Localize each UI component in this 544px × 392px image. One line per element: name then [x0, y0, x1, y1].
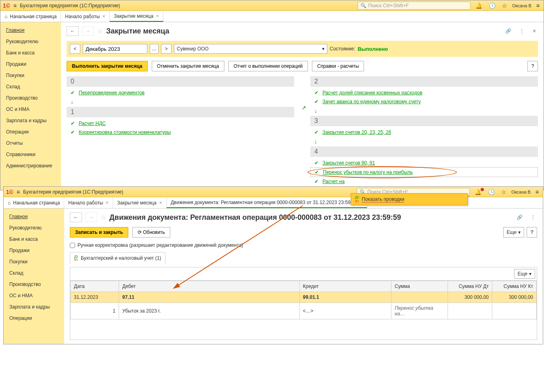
manual-correction-label: Ручная корректировка (разрешает редактир…	[77, 242, 243, 248]
save-close-button[interactable]: Записать и закрыть	[70, 227, 128, 238]
back-button[interactable]: ←	[67, 26, 79, 36]
organization-select[interactable]: Сувенир ООО ▾	[174, 44, 327, 54]
th-credit[interactable]: Кредит	[299, 281, 391, 292]
period-input[interactable]	[83, 44, 147, 54]
th-nudt[interactable]: Сумма НУ Дт	[448, 281, 492, 292]
table-more-button[interactable]: Еще ▾	[514, 269, 535, 279]
more-icon[interactable]: ⋮	[529, 215, 537, 220]
history-icon[interactable]: 🕓	[487, 2, 497, 9]
history-icon[interactable]: 🕓	[486, 189, 496, 195]
close-icon[interactable]: ✕	[531, 28, 538, 34]
sidebar-item-main[interactable]: Главное	[4, 211, 64, 222]
star-icon[interactable]: ☆	[500, 189, 508, 195]
tab-home[interactable]: ⌂ Начальная страница	[4, 197, 64, 208]
sidebar-item-operations[interactable]: Операции	[4, 313, 64, 324]
sidebar-item-reports[interactable]: Отчеты	[0, 138, 61, 149]
chevron-down-icon: ▾	[518, 229, 521, 235]
manual-correction-checkbox[interactable]	[70, 243, 75, 248]
favorite-icon[interactable]: ☆	[97, 27, 103, 35]
th-debit[interactable]: Дебет	[119, 281, 300, 292]
menu-icon[interactable]: ≡	[535, 2, 541, 9]
sidebar-item-payroll[interactable]: Зарплата и кадры	[4, 301, 64, 313]
hamburger-icon[interactable]: ≡	[17, 189, 20, 195]
more-icon[interactable]: ⋮	[518, 28, 526, 34]
user-name[interactable]: Оксана В	[512, 3, 531, 8]
user-name[interactable]: Оксана В	[511, 190, 531, 194]
th-sum[interactable]: Сумма	[391, 281, 448, 292]
sidebar-item-manager[interactable]: Руководителю	[4, 222, 64, 234]
sidebar-item-warehouse[interactable]: Склад	[4, 267, 64, 279]
loss-transfer-link[interactable]: Перенос убытков по налогу на прибыль	[323, 169, 413, 175]
back-button[interactable]: ←	[70, 213, 82, 222]
run-close-button[interactable]: Выполнить закрытие месяца	[67, 61, 148, 71]
accounting-tab[interactable]: ДтКт Бухгалтерский и налоговый учет (1)	[70, 252, 165, 264]
report-button[interactable]: Отчет о выполнении операций	[228, 61, 308, 71]
stage-1-item-2: ✔ Корректировка стоимости номенклатуры	[67, 128, 294, 137]
sidebar-item-sales[interactable]: Продажи	[0, 58, 61, 70]
menu-icon[interactable]: ≡	[534, 189, 540, 195]
sidebar-item-purchases[interactable]: Покупки	[4, 256, 64, 267]
th-date[interactable]: Дата	[71, 281, 119, 292]
sidebar-item-operations[interactable]: Операции	[0, 126, 61, 138]
help-button[interactable]: ?	[527, 61, 538, 71]
tab-close-month[interactable]: Закрытие месяца ✕	[113, 197, 167, 208]
link-icon[interactable]: 🔗	[515, 215, 524, 220]
cell-nukt: 300 000,00	[492, 292, 537, 303]
link-icon[interactable]: 🔗	[504, 28, 513, 34]
next-period-button[interactable]: >	[161, 44, 172, 54]
close-icon[interactable]: ✕	[105, 200, 109, 205]
sidebar-item-assets[interactable]: ОС и НМА	[4, 290, 64, 301]
period-picker-button[interactable]: …	[150, 44, 159, 54]
cost-correction-link[interactable]: Корректировка стоимости номенклатуры	[79, 129, 171, 135]
cell-debit-desc: Убыток за 2023 г.	[119, 303, 300, 319]
sidebar-item-main[interactable]: Главное	[0, 25, 61, 36]
close-icon[interactable]: ✕	[102, 14, 105, 19]
star-icon[interactable]: ☆	[500, 2, 509, 9]
favorite-icon[interactable]: ☆	[100, 214, 106, 221]
more-button[interactable]: Еще ▾	[503, 227, 524, 238]
sidebar-item-production[interactable]: Производство	[0, 92, 61, 104]
bell-icon[interactable]: 🔔	[473, 189, 483, 195]
tab-document-movements[interactable]: Движения документа: Регламентная операци…	[167, 197, 367, 208]
close-9091-link[interactable]: Закрытие счетов 90, 91	[322, 160, 375, 166]
close-icon[interactable]: ✕	[159, 200, 162, 205]
th-nukt[interactable]: Сумма НУ Кт	[492, 281, 537, 292]
tab-close-month[interactable]: Закрытие месяца ✕	[110, 11, 163, 22]
refresh-button[interactable]: ⟳ Обновить	[132, 227, 170, 238]
sidebar-item-admin[interactable]: Администрирование	[0, 160, 61, 171]
indirect-costs-link[interactable]: Расчет долей списания косвенных расходов	[322, 90, 423, 96]
sidebar-item-catalogs[interactable]: Справочники	[0, 149, 61, 160]
forward-button[interactable]: →	[85, 213, 97, 222]
tax-advance-link[interactable]: Зачет аванса по единому налоговому счету	[322, 99, 421, 104]
hamburger-icon[interactable]: ≡	[13, 2, 17, 9]
search-input[interactable]: 🔍 Поиск Ctrl+Shift+F	[358, 2, 471, 10]
forward-button[interactable]: →	[82, 26, 94, 36]
table-row[interactable]: 1 Убыток за 2023 г. <…> Перенос убытка н…	[71, 303, 537, 319]
context-menu[interactable]: ДтКт Показать проводки	[351, 193, 468, 205]
sidebar-item-warehouse[interactable]: Склад	[0, 81, 61, 92]
repost-docs-link[interactable]: Перепроведение документов	[79, 90, 144, 96]
sidebar-item-sales[interactable]: Продажи	[4, 245, 64, 256]
tab-start[interactable]: Начало работы ✕	[61, 11, 110, 22]
sidebar-item-payroll[interactable]: Зарплата и кадры	[0, 115, 61, 126]
postings-table: Дата Дебет Кредит Сумма Сумма НУ Дт Сумм…	[70, 281, 537, 319]
cancel-close-button[interactable]: Отменить закрытие месяца	[152, 61, 224, 71]
vat-calc-link[interactable]: Расчет НДС	[79, 121, 106, 126]
bell-icon[interactable]: 🔔	[474, 2, 484, 9]
show-postings-item[interactable]: Показать проводки	[362, 196, 404, 202]
sidebar-item-manager[interactable]: Руководителю	[0, 36, 61, 47]
sidebar-item-bank[interactable]: Банк и касса	[4, 234, 64, 245]
tab-start[interactable]: Начало работы ✕	[64, 197, 113, 208]
sidebar-item-purchases[interactable]: Покупки	[0, 70, 61, 81]
sidebar-item-production[interactable]: Производство	[4, 279, 64, 290]
references-button[interactable]: Справки - расчеты	[312, 61, 364, 71]
sidebar-item-bank[interactable]: Банк и касса	[0, 47, 61, 58]
table-row[interactable]: 31.12.2023 97.11 99.01.1 300 000,00 300 …	[71, 292, 537, 303]
sidebar-item-assets[interactable]: ОС и НМА	[0, 104, 61, 115]
tab-home[interactable]: ⌂ Начальная страница	[0, 11, 61, 22]
close-icon[interactable]: ✕	[156, 14, 159, 18]
prev-period-button[interactable]: <	[70, 44, 80, 54]
close-2023-link[interactable]: Закрытие счетов 20, 23, 25, 26	[322, 129, 391, 135]
help-button[interactable]: ?	[527, 227, 537, 238]
calc-link[interactable]: Расчет на	[322, 179, 345, 184]
